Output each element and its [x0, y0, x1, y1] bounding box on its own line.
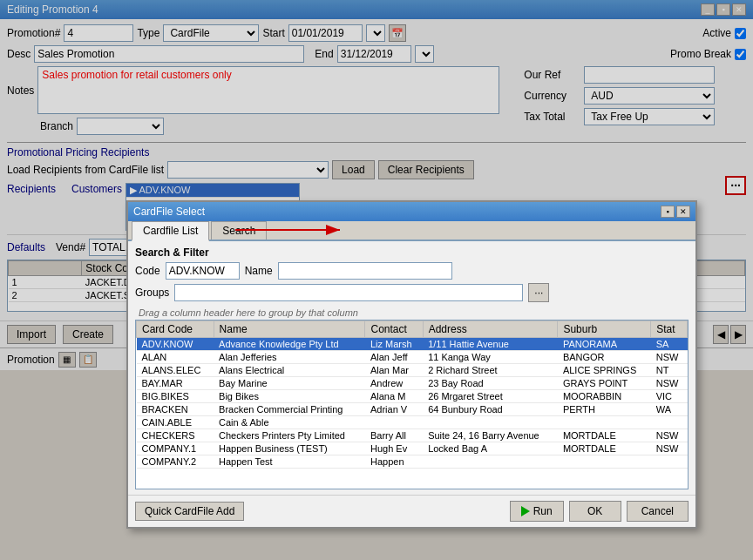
modal-tabs: Cardfile List Search: [128, 221, 695, 241]
run-icon: [521, 506, 530, 516]
run-label: Run: [533, 505, 553, 517]
drag-hint: Drag a column header here to group by th…: [135, 306, 689, 320]
cardfile-select-dialog: CardFile Select ▪ ✕ Cardfile List Search…: [126, 200, 697, 529]
name-filter-input[interactable]: [278, 262, 452, 280]
groups-filter-label: Groups: [135, 287, 169, 299]
code-filter-row: Code Name: [135, 262, 689, 280]
footer-right: Run OK Cancel: [510, 501, 689, 522]
groups-filter-row: Groups ···: [135, 283, 689, 302]
cardfile-row[interactable]: BIG.BIKESBig BikesAlana M26 Mrgaret Stre…: [137, 390, 688, 403]
col-state: Stat: [651, 321, 688, 338]
cardfile-row[interactable]: BAY.MARBay MarineAndrew23 Bay RoadGRAYS …: [137, 377, 688, 390]
code-filter-label: Code: [135, 265, 160, 277]
cardfile-row[interactable]: CHECKERSCheckers Printers Pty LimitedBar…: [137, 429, 688, 442]
modal-footer: Quick CardFile Add Run OK Cancel: [128, 495, 695, 527]
groups-filter-input[interactable]: [174, 284, 523, 301]
modal-controls: ▪ ✕: [661, 206, 690, 218]
col-suburb: Suburb: [558, 321, 651, 338]
cardfile-row[interactable]: BRACKENBracken Commercial PrintingAdrian…: [137, 403, 688, 416]
modal-title-bar: CardFile Select ▪ ✕: [128, 202, 695, 221]
tab-cardfile-list[interactable]: Cardfile List: [132, 221, 209, 241]
quick-cardfile-add-button[interactable]: Quick CardFile Add: [135, 502, 244, 521]
ok-button[interactable]: OK: [569, 501, 621, 522]
cardfile-row[interactable]: COMPANY.2Happen TestHappen: [137, 455, 688, 469]
code-filter-input[interactable]: [166, 262, 240, 280]
cardfile-row[interactable]: ALANS.ELECAlans ElectricalAlan Mar2 Rich…: [137, 364, 688, 377]
col-address: Address: [423, 321, 558, 338]
run-button[interactable]: Run: [510, 501, 564, 522]
tab-search[interactable]: Search: [211, 221, 267, 240]
cardfile-row[interactable]: CAIN.ABLECain & Able: [137, 416, 688, 429]
col-name: Name: [214, 321, 365, 338]
cardfile-table: Card Code Name Contact Address Suburb St…: [136, 320, 688, 469]
modal-body: Search & Filter Code Name Groups ··· Dra…: [128, 241, 695, 495]
footer-left: Quick CardFile Add: [135, 502, 244, 521]
groups-more-button[interactable]: ···: [528, 283, 549, 302]
col-contact: Contact: [365, 321, 423, 338]
modal-restore-button[interactable]: ▪: [661, 206, 675, 218]
cardfile-row[interactable]: ALANAlan JefferiesAlan Jeff11 Kanga WayB…: [137, 351, 688, 364]
cardfile-table-wrapper[interactable]: Card Code Name Contact Address Suburb St…: [135, 320, 689, 489]
modal-overlay: CardFile Select ▪ ✕ Cardfile List Search…: [0, 0, 753, 560]
name-filter-label: Name: [245, 265, 273, 277]
col-card-code: Card Code: [137, 321, 214, 338]
modal-close-button[interactable]: ✕: [676, 206, 690, 218]
cardfile-row[interactable]: ADV.KNOWAdvance Knowledge Pty LtdLiz Mar…: [137, 338, 688, 351]
cardfile-row[interactable]: COMPANY.1Happen Business (TEST)Hugh EvLo…: [137, 442, 688, 455]
modal-title: CardFile Select: [133, 206, 205, 218]
filter-section-label: Search & Filter: [135, 246, 689, 259]
cancel-button[interactable]: Cancel: [627, 501, 689, 522]
